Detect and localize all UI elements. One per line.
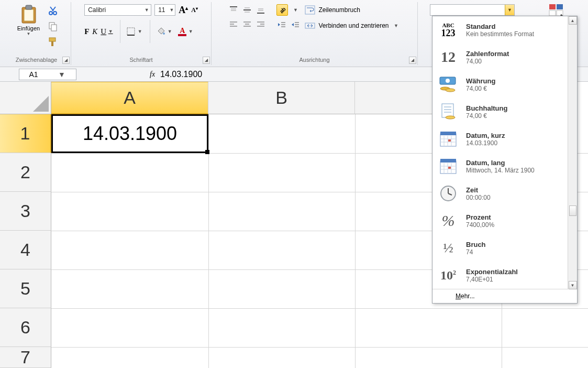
wrap-text-button[interactable]: Zeilenumbruch	[305, 5, 400, 15]
row-header-2[interactable]: 2	[0, 153, 51, 192]
svg-rect-7	[49, 38, 56, 41]
alignment-dialog-launcher[interactable]: ◢	[409, 57, 416, 64]
format-option-title: Zeit	[466, 186, 491, 194]
clipboard-icon	[20, 4, 38, 24]
svg-rect-2	[26, 5, 32, 9]
format-option-sample: 74,00	[466, 58, 509, 65]
paste-button[interactable]: Einfügen ▼	[14, 2, 43, 36]
abc123-icon: ABC123	[438, 20, 459, 39]
bucket-icon	[156, 27, 165, 36]
row-header-1[interactable]: 1	[0, 114, 51, 153]
svg-rect-8	[51, 41, 53, 46]
bold-button[interactable]: F	[84, 27, 89, 36]
number-format-combo[interactable]: ▼	[430, 4, 515, 16]
exponent-icon: 102	[438, 266, 459, 285]
svg-point-45	[446, 89, 455, 92]
format-option-sample: 14.03.1900	[466, 139, 505, 147]
cut-button[interactable]	[47, 4, 59, 17]
row-header-5[interactable]: 5	[0, 269, 51, 308]
svg-rect-66	[448, 167, 451, 169]
svg-rect-58	[448, 139, 451, 142]
format-option-bruch[interactable]: ½Bruch74	[432, 234, 568, 262]
font-size-value: 11	[155, 6, 168, 14]
chevron-down-icon: ▼	[142, 7, 151, 13]
number-format-dropdown: ABC123StandardKein bestimmtes Format12Za…	[432, 16, 578, 304]
align-center-button[interactable]	[242, 20, 252, 29]
formula-value[interactable]: 14.03.1900	[160, 70, 202, 79]
underline-button[interactable]: U▼	[101, 27, 115, 36]
svg-rect-46	[442, 104, 453, 117]
number-format-value	[430, 5, 505, 15]
merge-center-label: Verbinden und zentrieren	[318, 22, 389, 29]
fill-color-button[interactable]: ▼	[156, 27, 174, 36]
cell-a1[interactable]: 14.03.1900	[51, 114, 208, 153]
decrease-indent-button[interactable]	[276, 20, 287, 29]
select-all-corner[interactable]	[0, 82, 51, 114]
align-left-button[interactable]	[228, 20, 239, 29]
font-size-combo[interactable]: 11 ▼	[154, 4, 175, 16]
svg-rect-6	[51, 25, 57, 31]
svg-point-11	[163, 33, 165, 35]
align-bottom-button[interactable]	[256, 5, 266, 15]
font-dialog-launcher[interactable]: ◢	[203, 57, 210, 64]
align-right-button[interactable]	[256, 20, 266, 29]
name-box[interactable]: A1 ▼	[19, 69, 76, 80]
paste-label: Einfügen	[17, 25, 40, 31]
fx-label[interactable]: fx	[150, 70, 155, 79]
format-option-title: Datum, lang	[466, 159, 535, 167]
svg-rect-36	[305, 6, 315, 14]
align-middle-button[interactable]	[242, 5, 252, 15]
row-header-7[interactable]: 7	[0, 347, 51, 368]
svg-rect-37	[305, 23, 315, 28]
format-option-exponentialzahl[interactable]: 102Exponentialzahl7,40E+01	[432, 262, 568, 289]
format-option-zahlenformat[interactable]: 12Zahlenformat74,00	[432, 44, 568, 71]
format-option-standard[interactable]: ABC123StandardKein bestimmtes Format	[432, 16, 568, 44]
copy-button[interactable]	[47, 20, 59, 33]
wrap-text-label: Zeilenumbruch	[318, 6, 360, 14]
font-name-combo[interactable]: Calibri ▼	[84, 4, 151, 16]
group-clipboard: Einfügen ▼	[2, 2, 71, 65]
calendar-icon	[438, 129, 459, 148]
format-painter-button[interactable]	[47, 36, 59, 48]
scroll-down-button[interactable]: ▼	[569, 281, 577, 289]
row-header-6[interactable]: 6	[0, 308, 51, 347]
format-option-title: Prozent	[466, 213, 494, 221]
font-color-button[interactable]: A ▼	[177, 26, 195, 37]
format-option-datum-lang[interactable]: Datum, langMittwoch, 14. März 1900	[432, 153, 568, 180]
format-option-prozent[interactable]: %Prozent7400,00%	[432, 207, 568, 234]
decrease-font-button[interactable]: A▾	[191, 6, 198, 14]
format-option-title: Standard	[466, 23, 534, 30]
scroll-up-button[interactable]: ▲	[569, 16, 577, 25]
fraction-icon: ½	[438, 239, 459, 257]
format-option-buchhaltung[interactable]: Buchhaltung 74,00 €	[432, 98, 568, 125]
format-option-sample: 74,00 €	[466, 85, 495, 92]
increase-indent-button[interactable]	[290, 20, 301, 29]
svg-point-4	[53, 12, 57, 15]
format-option-zeit[interactable]: Zeit00:00:00	[432, 180, 568, 207]
group-alignment: ab ▼ Zeilenumbruch	[212, 2, 418, 65]
merge-center-button[interactable]: Verbinden und zentrieren ▼	[305, 21, 400, 30]
row-header-3[interactable]: 3	[0, 192, 51, 231]
format-option-datum-kurz[interactable]: Datum, kurz14.03.1900	[432, 125, 568, 153]
row-header-4[interactable]: 4	[0, 231, 51, 269]
align-top-button[interactable]	[228, 5, 239, 15]
chevron-down-icon: ▼	[505, 5, 514, 15]
format-option-sample: Mittwoch, 14. März 1900	[466, 167, 535, 174]
borders-button[interactable]: ▼	[126, 26, 145, 37]
merge-icon	[305, 21, 315, 30]
big12-icon: 12	[438, 48, 459, 67]
orientation-button[interactable]: ab	[276, 4, 288, 16]
name-box-value: A1	[19, 70, 48, 79]
clipboard-dialog-launcher[interactable]: ◢	[62, 57, 70, 64]
column-header-a[interactable]: A	[51, 82, 208, 114]
scroll-thumb[interactable]	[569, 205, 576, 216]
svg-point-50	[446, 116, 455, 119]
increase-font-button[interactable]: A▴	[179, 5, 188, 16]
column-header-b[interactable]: B	[208, 82, 355, 114]
format-option-title: Datum, kurz	[466, 132, 505, 139]
dropdown-scrollbar[interactable]: ▲ ▼	[568, 16, 577, 289]
more-formats-button[interactable]: Mehr...	[432, 289, 577, 303]
italic-button[interactable]: K	[92, 27, 97, 36]
scissors-icon	[48, 5, 58, 16]
format-option-w-hrung[interactable]: Währung74,00 €	[432, 71, 568, 98]
